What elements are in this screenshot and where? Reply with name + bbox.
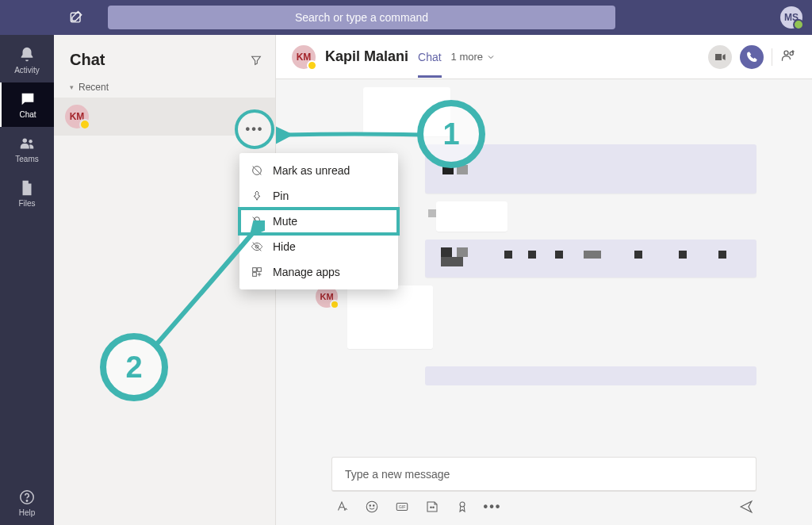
context-menu: Mark as unread Pin Mute Hide Manage apps [239, 153, 398, 289]
svg-point-8 [370, 505, 371, 507]
chat-header: KM Kapil Malani Chat 1 more [276, 35, 812, 79]
more-tabs-dropdown[interactable]: 1 more [451, 51, 496, 63]
svg-point-9 [373, 505, 375, 507]
menu-hide[interactable]: Hide [239, 234, 398, 259]
video-call-button[interactable] [708, 45, 732, 69]
emoji-button[interactable] [365, 500, 379, 514]
rail-files[interactable]: Files [0, 171, 54, 216]
praise-button[interactable] [455, 500, 469, 514]
filter-icon[interactable] [250, 54, 262, 67]
audio-call-button[interactable] [740, 45, 764, 69]
chat-more-button[interactable]: ••• [235, 109, 274, 149]
message-bubble [436, 201, 508, 232]
svg-rect-19 [253, 273, 257, 277]
svg-rect-17 [253, 268, 257, 272]
avatar[interactable]: MS [780, 6, 802, 29]
annotation-marker-1: 1 [417, 100, 485, 168]
svg-rect-18 [258, 268, 262, 272]
rail-teams[interactable]: Teams [0, 127, 54, 171]
search-input[interactable]: Search or type a command [108, 6, 615, 29]
message-bubble [347, 285, 433, 349]
svg-point-2 [29, 140, 32, 143]
svg-point-1 [23, 139, 28, 144]
title-bar: Search or type a command MS [0, 0, 812, 35]
message-bubble [425, 240, 756, 278]
send-button[interactable] [739, 500, 753, 514]
svg-text:GIF: GIF [399, 504, 406, 509]
format-button[interactable] [335, 500, 349, 514]
compose-area: Type a new message GIF ••• [276, 449, 812, 525]
avatar: KM [65, 105, 89, 128]
rail-activity[interactable]: Activity [0, 38, 54, 82]
svg-point-12 [431, 507, 432, 508]
menu-mark-unread[interactable]: Mark as unread [239, 158, 398, 183]
more-actions-button[interactable]: ••• [485, 500, 500, 514]
message-input[interactable]: Type a new message [331, 457, 756, 492]
recent-section[interactable]: Recent [54, 77, 275, 98]
app-rail: Activity Chat Teams Files Help [0, 35, 54, 525]
chat-title: Kapil Malani [325, 48, 408, 65]
menu-mute[interactable]: Mute [239, 209, 398, 234]
new-chat-icon[interactable] [68, 10, 84, 25]
svg-point-5 [784, 51, 788, 55]
sticker-button[interactable] [425, 500, 439, 514]
tab-chat[interactable]: Chat [418, 51, 442, 78]
rail-chat[interactable]: Chat [0, 82, 54, 127]
annotation-marker-2: 2 [100, 333, 168, 401]
svg-point-14 [460, 502, 465, 507]
menu-manage-apps[interactable]: Manage apps [239, 259, 398, 285]
rail-help[interactable]: Help [0, 481, 54, 525]
page-title: Chat [70, 51, 105, 69]
gif-button[interactable]: GIF [395, 500, 409, 514]
menu-pin[interactable]: Pin [239, 183, 398, 209]
svg-point-7 [366, 501, 377, 512]
svg-point-13 [433, 507, 435, 508]
svg-point-4 [26, 500, 27, 501]
avatar: KM [292, 45, 316, 69]
add-people-button[interactable] [780, 48, 796, 67]
message-bubble [425, 366, 756, 385]
